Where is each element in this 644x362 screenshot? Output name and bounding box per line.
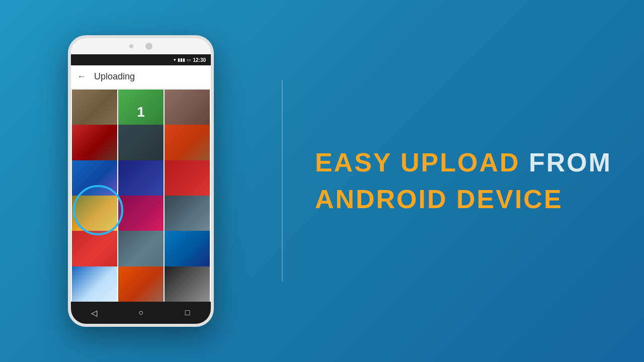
photo-thumb-16[interactable] — [72, 266, 117, 302]
back-button[interactable]: ← — [77, 71, 86, 82]
app-bar-title: Uploading — [94, 71, 135, 82]
camera-dot — [129, 44, 133, 48]
photo-thumb-18[interactable] — [165, 266, 210, 302]
headline-highlight: EASY UPLOAD — [315, 148, 520, 177]
wifi-icon: ▾ — [174, 57, 176, 62]
status-bar: ▾ ▮▮▮ ▭ 12:30 — [71, 54, 211, 65]
speaker-dot — [145, 43, 152, 50]
headline-from: FROM — [520, 148, 612, 177]
headline: EASY UPLOAD FROM ANDROID DEVICE — [315, 146, 612, 216]
headline-line2: ANDROID DEVICE — [315, 183, 612, 216]
photo-grid — [71, 88, 211, 302]
status-time: 12:30 — [193, 57, 206, 63]
headline-line1: EASY UPLOAD FROM — [315, 146, 612, 179]
nav-back-button[interactable]: ◁ — [84, 303, 104, 323]
phone-mockup: ▾ ▮▮▮ ▭ 12:30 ← Uploading — [68, 35, 214, 327]
photo-thumb-17[interactable] — [118, 266, 164, 302]
bottom-nav: ◁ ○ □ — [71, 302, 211, 324]
phone-top-bar — [71, 38, 211, 54]
phone-section: ▾ ▮▮▮ ▭ 12:30 ← Uploading — [0, 0, 282, 362]
nav-home-button[interactable]: ○ — [131, 303, 151, 323]
nav-recent-button[interactable]: □ — [178, 303, 198, 323]
app-bar: ← Uploading — [71, 65, 211, 88]
signal-icon: ▮▮▮ — [178, 57, 185, 62]
status-icons: ▾ ▮▮▮ ▭ 12:30 — [174, 57, 206, 63]
battery-icon: ▭ — [187, 57, 191, 62]
text-section: EASY UPLOAD FROM ANDROID DEVICE — [283, 126, 644, 236]
